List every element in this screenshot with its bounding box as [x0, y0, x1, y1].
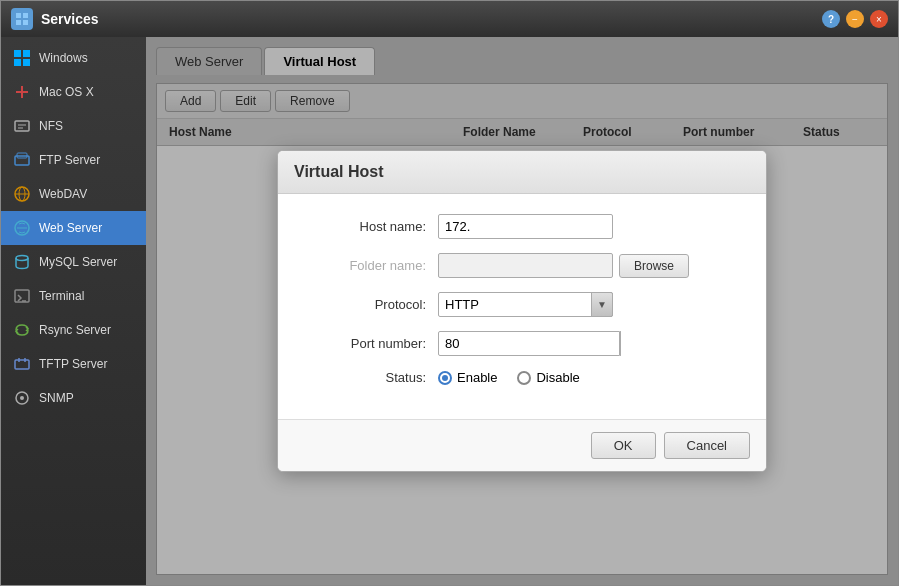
- content-area: Web Server Virtual Host Add Edit Remove …: [146, 37, 898, 585]
- webdav-icon: [13, 185, 31, 203]
- sidebar-item-terminal[interactable]: Terminal: [1, 279, 146, 313]
- webserver-icon: [13, 219, 31, 237]
- mysql-icon: [13, 253, 31, 271]
- sidebar-item-webserver[interactable]: Web Server: [1, 211, 146, 245]
- enable-radio-label[interactable]: Enable: [438, 370, 497, 385]
- svg-point-19: [16, 256, 28, 261]
- ok-button[interactable]: OK: [591, 432, 656, 459]
- hostname-row: Host name:: [308, 214, 736, 239]
- sidebar-label-windows: Windows: [39, 51, 88, 65]
- svg-rect-5: [23, 50, 30, 57]
- sidebar-item-rsyncserver[interactable]: Rsync Server: [1, 313, 146, 347]
- help-button[interactable]: ?: [822, 10, 840, 28]
- sidebar-label-rsyncserver: Rsync Server: [39, 323, 111, 337]
- hostname-input[interactable]: [438, 214, 613, 239]
- sidebar-label-webdav: WebDAV: [39, 187, 87, 201]
- svg-rect-20: [15, 290, 29, 302]
- svg-point-26: [20, 396, 24, 400]
- sidebar-item-nfs[interactable]: NFS: [1, 109, 146, 143]
- spinbox-buttons: ▲ ▼: [620, 331, 621, 356]
- sidebar-label-macosx: Mac OS X: [39, 85, 94, 99]
- virtual-host-modal: Virtual Host Host name: Folder name: Br: [277, 150, 767, 472]
- status-radio-group: Enable Disable: [438, 370, 580, 385]
- modal-footer: OK Cancel: [278, 419, 766, 471]
- sidebar-label-snmp: SNMP: [39, 391, 74, 405]
- modal-overlay: Virtual Host Host name: Folder name: Br: [146, 37, 898, 585]
- svg-rect-22: [15, 360, 29, 369]
- sidebar-item-windows[interactable]: Windows: [1, 41, 146, 75]
- sidebar-item-ftpserver[interactable]: FTP Server: [1, 143, 146, 177]
- svg-rect-4: [14, 50, 21, 57]
- sidebar-label-webserver: Web Server: [39, 221, 102, 235]
- sidebar-item-tftpserver[interactable]: TFTP Server: [1, 347, 146, 381]
- title-bar: Services ? − ×: [1, 1, 898, 37]
- cancel-button[interactable]: Cancel: [664, 432, 750, 459]
- sidebar-item-snmp[interactable]: SNMP: [1, 381, 146, 415]
- tftp-icon: [13, 355, 31, 373]
- protocol-row: Protocol: HTTP HTTPS ▼: [308, 292, 736, 317]
- modal-title: Virtual Host: [294, 163, 384, 180]
- nfs-icon: [13, 117, 31, 135]
- sidebar: Windows Mac OS X: [1, 37, 146, 585]
- sidebar-label-mysqlserver: MySQL Server: [39, 255, 117, 269]
- foldername-row: Folder name: Browse: [308, 253, 736, 278]
- protocol-select-wrapper: HTTP HTTPS ▼: [438, 292, 613, 317]
- svg-rect-6: [14, 59, 21, 66]
- disable-radio-text: Disable: [536, 370, 579, 385]
- app-window: Services ? − × Windows: [0, 0, 899, 586]
- modal-body: Host name: Folder name: Browse Protocol:: [278, 194, 766, 419]
- portnumber-input[interactable]: [438, 331, 620, 356]
- enable-radio-dot: [438, 371, 452, 385]
- sidebar-label-terminal: Terminal: [39, 289, 84, 303]
- sidebar-label-tftpserver: TFTP Server: [39, 357, 107, 371]
- window-controls: ? − ×: [822, 10, 888, 28]
- hostname-label: Host name:: [308, 219, 438, 234]
- status-label: Status:: [308, 370, 438, 385]
- windows-icon: [13, 49, 31, 67]
- svg-rect-10: [15, 121, 29, 131]
- enable-radio-text: Enable: [457, 370, 497, 385]
- disable-radio-dot: [517, 371, 531, 385]
- sidebar-label-ftpserver: FTP Server: [39, 153, 100, 167]
- svg-rect-7: [23, 59, 30, 66]
- browse-button[interactable]: Browse: [619, 254, 689, 278]
- portnumber-label: Port number:: [308, 336, 438, 351]
- protocol-label: Protocol:: [308, 297, 438, 312]
- sidebar-item-mysqlserver[interactable]: MySQL Server: [1, 245, 146, 279]
- modal-header: Virtual Host: [278, 151, 766, 194]
- portnumber-row: Port number: ▲ ▼: [308, 331, 736, 356]
- foldername-input[interactable]: [438, 253, 613, 278]
- sidebar-label-nfs: NFS: [39, 119, 63, 133]
- protocol-select[interactable]: HTTP HTTPS: [438, 292, 613, 317]
- minimize-button[interactable]: −: [846, 10, 864, 28]
- snmp-icon: [13, 389, 31, 407]
- svg-rect-1: [23, 13, 28, 18]
- app-icon: [11, 8, 33, 30]
- rsync-icon: [13, 321, 31, 339]
- svg-rect-0: [16, 13, 21, 18]
- portnumber-spinbox: ▲ ▼: [438, 331, 613, 356]
- macos-icon: [13, 83, 31, 101]
- main-layout: Windows Mac OS X: [1, 37, 898, 585]
- sidebar-item-webdav[interactable]: WebDAV: [1, 177, 146, 211]
- foldername-label: Folder name:: [308, 258, 438, 273]
- app-title: Services: [41, 11, 822, 27]
- svg-rect-2: [16, 20, 21, 25]
- sidebar-item-macosx[interactable]: Mac OS X: [1, 75, 146, 109]
- svg-rect-3: [23, 20, 28, 25]
- status-row: Status: Enable Disable: [308, 370, 736, 385]
- close-button[interactable]: ×: [870, 10, 888, 28]
- ftp-icon: [13, 151, 31, 169]
- disable-radio-label[interactable]: Disable: [517, 370, 579, 385]
- terminal-icon: [13, 287, 31, 305]
